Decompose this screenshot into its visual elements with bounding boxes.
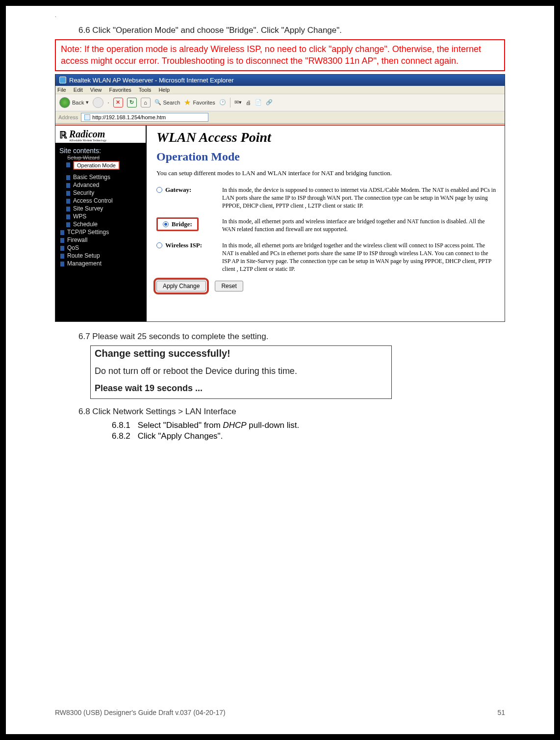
- ie-window: Realtek WLAN AP Webserver - Microsoft In…: [55, 74, 505, 322]
- sidebar-item-firewall[interactable]: Firewall: [55, 236, 146, 244]
- edit-button[interactable]: 📄: [255, 99, 262, 106]
- sidebar-item-qos[interactable]: QoS: [55, 244, 146, 252]
- page-icon: [84, 114, 90, 120]
- radio-gateway[interactable]: Gateway:: [156, 186, 191, 194]
- sidebar-item-advanced[interactable]: Advanced: [55, 181, 146, 189]
- favorites-button[interactable]: ★Favorites: [184, 98, 215, 107]
- history-button[interactable]: 🕑: [219, 99, 226, 106]
- footer-left: RW8300 (USB) Designer's Guide Draft v.03…: [55, 709, 226, 716]
- wait-message-box: Change setting successfully! Do not turn…: [90, 345, 392, 399]
- button-row: Apply Change Reset: [156, 281, 498, 291]
- sidebar-item-site-survey[interactable]: Site Survey: [55, 205, 146, 212]
- step-6-8-1: 6.8.1 Select "Disabled" from DHCP pull-d…: [112, 421, 505, 430]
- footer-right: 51: [497, 709, 505, 716]
- menu-edit[interactable]: Edit: [74, 87, 83, 93]
- sidebar-item-security[interactable]: Security: [55, 189, 146, 197]
- refresh-button[interactable]: ↻: [127, 98, 137, 107]
- webpage-main: WLAN Access Point Operation Mode You can…: [147, 126, 505, 321]
- ie-title-text: Realtek WLAN AP Webserver - Microsoft In…: [69, 77, 233, 84]
- print-button[interactable]: 🖨: [246, 100, 251, 106]
- radicom-logo: ℝ Radicom Affordable Modem Technology: [55, 126, 146, 144]
- ie-app-icon: [59, 77, 66, 83]
- forward-button[interactable]: [93, 97, 103, 108]
- wait-line1: Change setting successfully!: [95, 348, 387, 359]
- menu-help[interactable]: Help: [158, 87, 170, 93]
- back-button[interactable]: Back ▾: [59, 97, 89, 108]
- wlan-title: WLAN Access Point: [156, 130, 498, 145]
- address-input[interactable]: http://192.168.1.254/home.htm: [81, 113, 208, 122]
- radio-wireless-isp[interactable]: Wireless ISP:: [156, 241, 202, 249]
- discuss-button[interactable]: 🔗: [266, 99, 273, 106]
- ie-address-bar: Address http://192.168.1.254/home.htm: [55, 111, 505, 124]
- radio-icon-selected: [163, 221, 169, 227]
- step-6-8-text: 6.8 Click Network Settings > LAN Interfa…: [78, 407, 505, 417]
- step-6-8-2: 6.8.2 Click "Apply Changes".: [112, 431, 505, 441]
- mode-gateway-text: In this mode, the device is supposed to …: [222, 186, 498, 210]
- home-button[interactable]: ⌂: [141, 98, 151, 107]
- logo-mark-icon: ℝ: [59, 129, 67, 141]
- substeps: 6.8.1 Select "Disabled" from DHCP pull-d…: [112, 421, 505, 441]
- step-6-6-text: 6.6 Click "Operation Mode" and choose "B…: [78, 26, 505, 35]
- mode-gateway-row: Gateway: In this mode, the device is sup…: [156, 186, 498, 210]
- sidebar-item-tcpip[interactable]: TCP/IP Settings: [55, 228, 146, 236]
- sidebar-item-management[interactable]: Management: [55, 260, 146, 267]
- reset-button[interactable]: Reset: [215, 281, 243, 291]
- mode-bridge-row: Bridge: In this mode, all ethernet ports…: [156, 217, 498, 233]
- ie-menubar[interactable]: File Edit View Favorites Tools Help: [55, 86, 505, 94]
- radio-icon: [156, 242, 162, 248]
- stray-char: `: [55, 16, 56, 21]
- sidebar-item-basic-settings[interactable]: Basic Settings: [55, 173, 146, 181]
- menu-file[interactable]: File: [57, 87, 66, 93]
- mode-bridge-text: In this mode, all ethernet ports and wir…: [222, 217, 498, 233]
- operation-mode-desc: You can setup different modes to LAN and…: [156, 169, 498, 177]
- site-contents-heading: Site contents:: [55, 144, 146, 155]
- sidebar-item-access-control[interactable]: Access Control: [55, 197, 146, 205]
- logo-subtitle: Affordable Modem Technology: [69, 139, 106, 142]
- address-label: Address: [58, 114, 78, 120]
- webpage-sidebar: ℝ Radicom Affordable Modem Technology Si…: [55, 126, 147, 321]
- apply-change-button[interactable]: Apply Change: [156, 281, 206, 291]
- sidebar-item-setup-wizard[interactable]: Setup Wizard: [55, 155, 146, 160]
- radio-bridge[interactable]: Bridge:: [156, 217, 199, 231]
- mail-button[interactable]: ✉▾: [234, 99, 242, 106]
- sidebar-item-wps[interactable]: WPS: [55, 212, 146, 220]
- wait-line3: Please wait 19 seconds ...: [95, 383, 387, 394]
- mode-wisp-row: Wireless ISP: In this mode, all ethernet…: [156, 241, 498, 273]
- note-box: Note: If the operation mode is already W…: [55, 39, 505, 71]
- menu-favorites[interactable]: Favorites: [109, 87, 131, 93]
- search-button[interactable]: 🔍 Search: [154, 99, 180, 106]
- step-6-7-text: 6.7 Please wait 25 seconds to complete t…: [78, 332, 505, 342]
- star-icon: ★: [184, 98, 191, 107]
- address-url: http://192.168.1.254/home.htm: [92, 114, 166, 120]
- menu-tools[interactable]: Tools: [139, 87, 152, 93]
- document-page: ` 6.6 Click "Operation Mode" and choose …: [6, 6, 554, 734]
- radio-icon: [156, 187, 162, 193]
- page-footer: RW8300 (USB) Designer's Guide Draft v.03…: [55, 709, 505, 716]
- back-icon: [59, 97, 70, 108]
- sidebar-item-route-setup[interactable]: Route Setup: [55, 252, 146, 260]
- operation-mode-heading: Operation Mode: [156, 150, 498, 163]
- mode-wisp-text: In this mode, all ethernet ports are bri…: [222, 241, 498, 273]
- ie-toolbar: Back ▾ · ✕ ↻ ⌂ 🔍 Search ★Favorites 🕑 ✉▾ …: [55, 94, 505, 111]
- stop-button[interactable]: ✕: [113, 98, 123, 107]
- sidebar-item-schedule[interactable]: Schedule: [55, 220, 146, 228]
- sidebar-item-operation-mode[interactable]: Operation Mode: [55, 160, 146, 170]
- menu-view[interactable]: View: [90, 87, 102, 93]
- ie-titlebar: Realtek WLAN AP Webserver - Microsoft In…: [55, 75, 505, 86]
- wait-line2: Do not turn off or reboot the Device dur…: [95, 366, 387, 376]
- webpage-content: ℝ Radicom Affordable Modem Technology Si…: [55, 126, 505, 321]
